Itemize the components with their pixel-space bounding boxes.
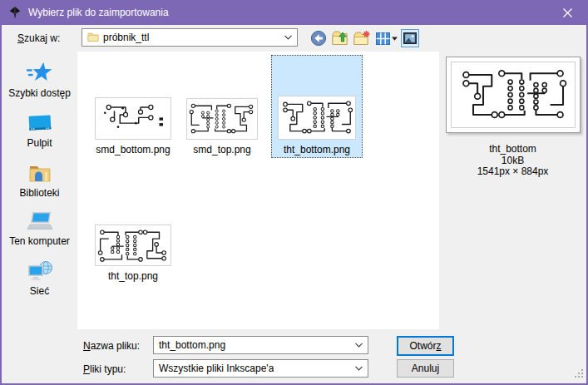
- sidebar-item-label: Szybki dostęp: [2, 87, 77, 99]
- file-type-value: Wszystkie pliki Inkscape'a: [159, 363, 274, 374]
- file-thumbnail: [278, 96, 356, 140]
- file-name-field-label: Nazwa pliku:: [83, 340, 140, 352]
- chevron-down-icon: [355, 366, 363, 371]
- look-in-label: Szukaj w:: [17, 32, 60, 44]
- quick-access-star-icon: [2, 58, 77, 85]
- places-sidebar: Szybki dostęp Pulpit: [2, 52, 77, 329]
- network-icon: [2, 256, 77, 283]
- preview-pane-toggle[interactable]: [401, 29, 419, 47]
- views-menu-button[interactable]: [373, 28, 399, 48]
- chevron-down-icon: [392, 37, 398, 41]
- file-name-label: smd_bottom.png: [96, 143, 170, 156]
- sidebar-item-this-pc[interactable]: Ten komputer: [2, 206, 77, 247]
- this-pc-icon: [2, 206, 77, 233]
- sidebar-item-quick-access[interactable]: Szybki dostęp: [2, 58, 77, 99]
- new-folder-icon: [353, 31, 370, 46]
- look-in-combobox[interactable]: próbnik_ttl: [82, 28, 298, 47]
- file-type-combobox[interactable]: Wszystkie pliki Inkscape'a: [153, 359, 368, 378]
- sidebar-item-desktop[interactable]: Pulpit: [2, 108, 77, 149]
- preview-pane-icon: [403, 32, 417, 44]
- file-name-label: tht_top.png: [108, 269, 158, 283]
- open-button[interactable]: Otwórz: [397, 336, 454, 356]
- file-tile-smd-top[interactable]: smd_top.png: [176, 55, 268, 158]
- preview-image-frame: [446, 57, 581, 133]
- file-name-label: tht_bottom.png: [284, 143, 350, 156]
- up-one-level-button[interactable]: [330, 28, 350, 48]
- sidebar-item-label: Sieć: [2, 285, 77, 297]
- sidebar-item-network[interactable]: Sieć: [2, 256, 77, 297]
- sidebar-item-label: Biblioteki: [2, 187, 77, 199]
- file-name-value: tht_bottom.png: [159, 339, 225, 351]
- file-thumbnail: [95, 225, 171, 266]
- file-list: smd_bottom.png smd_top.png tht_bottom.pn…: [77, 52, 441, 329]
- file-tile-tht-bottom-selected[interactable]: tht_bottom.png: [271, 55, 363, 158]
- file-type-field-label: Pliki typu:: [83, 363, 126, 375]
- titlebar: Wybierz plik do zaimportowania: [2, 0, 586, 25]
- file-tile-tht-top[interactable]: tht_top.png: [87, 181, 179, 284]
- desktop-icon: [2, 108, 77, 135]
- file-tile-smd-bottom[interactable]: smd_bottom.png: [87, 55, 179, 158]
- file-thumbnail: [186, 98, 258, 140]
- import-file-dialog: Wybierz plik do zaimportowania Szukaj w:…: [0, 0, 588, 385]
- preview-file-size: 10kB: [439, 155, 586, 167]
- close-icon: [563, 8, 572, 17]
- sidebar-item-libraries[interactable]: Biblioteki: [2, 158, 77, 199]
- back-icon: [310, 30, 327, 47]
- resize-grip[interactable]: [575, 368, 583, 380]
- chevron-down-icon: [284, 35, 292, 40]
- sidebar-item-label: Ten komputer: [2, 235, 77, 247]
- back-button[interactable]: [309, 28, 329, 48]
- chevron-down-icon: [355, 343, 363, 348]
- toolbar: Szukaj w: próbnik_ttl: [2, 25, 586, 52]
- up-folder-icon: [332, 31, 348, 46]
- cancel-button[interactable]: Anuluj: [397, 359, 454, 378]
- folder-icon: [87, 32, 99, 44]
- file-name-combobox[interactable]: tht_bottom.png: [153, 336, 368, 354]
- preview-file-title: tht_bottom: [439, 144, 586, 155]
- inkscape-logo-icon: [8, 6, 22, 19]
- preview-panel: tht_bottom 10kB 1541px × 884px: [439, 52, 586, 329]
- file-name-label: smd_top.png: [193, 143, 250, 156]
- sidebar-item-label: Pulpit: [2, 137, 77, 149]
- look-in-value: próbnik_ttl: [103, 32, 149, 43]
- views-grid-icon: [376, 32, 390, 45]
- dialog-title: Wybierz plik do zaimportowania: [28, 7, 169, 18]
- preview-file-dimensions: 1541px × 884px: [439, 166, 586, 178]
- new-folder-button[interactable]: [352, 28, 372, 48]
- close-button[interactable]: [549, 0, 586, 25]
- libraries-icon: [2, 158, 77, 185]
- preview-image: [451, 62, 576, 128]
- file-thumbnail: [95, 97, 171, 140]
